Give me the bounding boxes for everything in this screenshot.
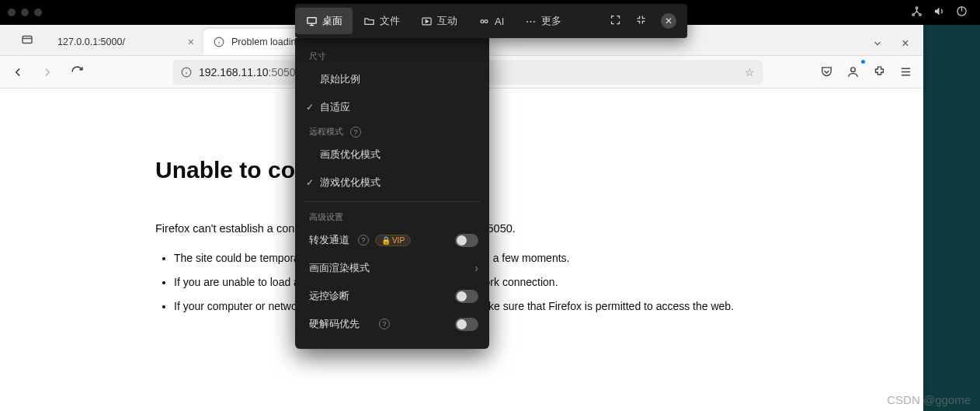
toolbar-label: 更多 (541, 14, 561, 28)
item-label: 画质优化模式 (320, 148, 381, 162)
remote-control-toolbar: 桌面 文件 互动 AI ⋯ 更多 ✕ (295, 4, 687, 38)
traffic-dot (21, 9, 29, 16)
url-port: :5050 (269, 66, 296, 78)
panel-divider (304, 201, 480, 202)
network-icon[interactable] (911, 5, 923, 19)
more-icon: ⋯ (524, 15, 537, 27)
url-host: 192.168.11.10 (199, 66, 269, 78)
play-icon (420, 15, 433, 27)
row-label: 转发通道 (309, 233, 353, 247)
size-original-item[interactable]: 原始比例 (295, 65, 489, 93)
toolbar-label: AI (495, 16, 504, 27)
watermark: CSDN @ggome (887, 393, 971, 406)
section-remote-label: 远程模式 ? (295, 121, 489, 141)
window-traffic-lights (8, 9, 42, 16)
forward-channel-row[interactable]: 转发通道 ? 🔒VIP (295, 226, 489, 254)
item-label: 自适应 (320, 100, 350, 114)
toolbar-label: 文件 (380, 14, 400, 28)
account-icon[interactable] (841, 61, 864, 84)
bookmark-star-icon[interactable]: ☆ (745, 66, 755, 78)
traffic-dot (8, 9, 16, 16)
svg-rect-8 (307, 17, 315, 23)
diag-toggle[interactable] (455, 290, 478, 303)
toolbar-right-icons: ✕ (610, 13, 687, 29)
quality-mode-item[interactable]: 画质优化模式 (295, 141, 489, 169)
toolbar-ai-button[interactable]: AI (467, 8, 514, 34)
row-label: 远控诊断 (309, 289, 382, 303)
help-icon[interactable]: ? (379, 319, 390, 329)
svg-point-7 (850, 68, 855, 72)
power-icon[interactable] (956, 5, 968, 19)
svg-point-0 (916, 7, 918, 9)
tab-title: 127.0.0.1:5000/ (57, 37, 125, 47)
item-label: 原始比例 (320, 72, 360, 86)
toolbar-right (815, 61, 917, 84)
folder-icon (363, 15, 375, 27)
tabs-dropdown-icon[interactable] (866, 32, 889, 55)
info-icon (213, 36, 225, 48)
render-mode-row[interactable]: 画面渲染模式 › (295, 254, 489, 282)
svg-point-10 (481, 19, 484, 23)
svg-point-1 (912, 14, 915, 16)
toolbar-label: 互动 (437, 14, 457, 28)
traffic-dot (34, 9, 42, 16)
volume-icon[interactable] (933, 5, 945, 19)
ai-icon (478, 15, 490, 27)
vip-badge: 🔒VIP (375, 235, 411, 246)
toolbar-label: 桌面 (322, 14, 342, 28)
tab-1[interactable]: 127.0.0.1:5000/ × (48, 29, 203, 55)
svg-rect-4 (23, 37, 32, 44)
desktop-icon (305, 15, 318, 27)
section-size-label: 尺寸 (295, 46, 489, 65)
hwdec-toggle[interactable] (455, 318, 478, 331)
item-label: 游戏优化模式 (320, 176, 381, 190)
hw-decode-row[interactable]: 硬解码优先 ? (295, 310, 489, 338)
page-subtitle: Firefox can't establish a connection to … (155, 222, 923, 235)
toolbar-more-button[interactable]: ⋯ 更多 (514, 8, 572, 34)
remote-diag-row[interactable]: 远控诊断 (295, 282, 489, 310)
tab-strip-right: × (866, 32, 923, 55)
window-close-icon[interactable]: × (894, 32, 917, 55)
help-icon[interactable]: ? (350, 127, 361, 138)
section-advanced-label: 高级设置 (295, 207, 489, 226)
fullscreen-icon[interactable] (610, 14, 621, 29)
recent-window-icon[interactable] (6, 24, 48, 55)
minimize-icon[interactable] (635, 14, 647, 29)
toolbar-interact-button[interactable]: 互动 (410, 8, 467, 34)
game-mode-item[interactable]: 游戏优化模式 (295, 169, 489, 197)
extensions-icon[interactable] (867, 61, 891, 84)
site-info-icon[interactable] (180, 66, 193, 78)
pocket-icon[interactable] (815, 61, 838, 84)
toolbar-file-button[interactable]: 文件 (353, 8, 410, 34)
row-label: 硬解码优先 (309, 317, 374, 331)
svg-point-2 (919, 14, 922, 16)
forward-toggle[interactable] (455, 234, 478, 247)
vip-text: VIP (392, 236, 405, 245)
os-tray (911, 5, 968, 19)
help-icon[interactable]: ? (358, 235, 369, 246)
size-adaptive-item[interactable]: 自适应 (295, 93, 489, 121)
close-icon[interactable]: × (188, 36, 194, 48)
row-label: 画面渲染模式 (309, 261, 392, 275)
forward-button[interactable] (36, 61, 59, 84)
svg-point-11 (485, 19, 488, 23)
app-menu-icon[interactable] (894, 61, 917, 84)
settings-panel: 尺寸 原始比例 自适应 远程模式 ? 画质优化模式 游戏优化模式 高级设置 转发… (295, 38, 489, 349)
page-title: Unable to connect (155, 157, 923, 183)
reload-button[interactable] (65, 61, 89, 84)
chevron-right-icon: › (474, 262, 478, 274)
close-session-icon[interactable]: ✕ (661, 13, 676, 29)
back-button[interactable] (6, 61, 30, 84)
label-text: 远程模式 (309, 127, 343, 136)
toolbar-desktop-button[interactable]: 桌面 (295, 8, 353, 34)
